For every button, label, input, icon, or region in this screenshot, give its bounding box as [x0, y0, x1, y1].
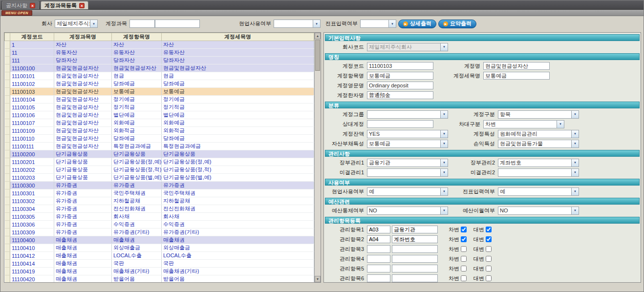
chevron-down-icon[interactable]: ▼ [440, 140, 448, 147]
grid-row[interactable]: 11100105현금및현금성자산정기적금정기적금 [5, 104, 314, 111]
profit-loss-characteristic-combo[interactable]: 현금및현금등가물▼ [498, 140, 579, 148]
debit-checkbox[interactable] [461, 266, 467, 271]
grid-row[interactable]: 11100412매출채권LOCAL수출LOCAL수출 [5, 252, 314, 260]
account-characteristic-combo[interactable]: 원화예적금관리▼ [498, 130, 579, 138]
budget-carryover-yn-combo[interactable]: NO▼ [498, 207, 579, 215]
account-english-name-input[interactable] [367, 82, 433, 89]
field-use-filter-combo[interactable]: ▼ [274, 20, 321, 28]
open-item-mgmt-2-combo[interactable]: ▼ [498, 168, 579, 177]
grid-row[interactable]: 11100201단기금융상품단기금융상품(정,예)단기금융상품(정,예) [5, 158, 314, 166]
chevron-down-icon[interactable]: ▼ [440, 159, 448, 167]
grid-scrollbar[interactable]: ▲ ▼ [314, 33, 321, 282]
grid-row[interactable]: 11100420매출채권받을어음받을어음 [5, 275, 314, 283]
grid-row[interactable]: 11100305유가증권회사채회사채 [5, 213, 314, 221]
mgmt-item-code-input[interactable] [367, 235, 390, 243]
mgmt-item-name-input[interactable] [392, 265, 438, 272]
mgmt-item-code-input[interactable] [367, 226, 390, 233]
asset-liability-characteristic-combo[interactable]: 보통예금▼ [367, 140, 448, 148]
close-icon[interactable]: x [79, 3, 85, 8]
debit-credit-division-combo[interactable]: 차변▼ [483, 120, 564, 128]
slip-entry-yn-combo[interactable]: 예▼ [498, 188, 579, 196]
chevron-down-icon[interactable]: ▼ [571, 130, 579, 138]
mgmt-item-name-input[interactable] [392, 226, 438, 233]
debit-checkbox[interactable] [461, 275, 467, 281]
grid-row[interactable]: 11100302유가증권지하철공채지하철공채 [5, 197, 314, 205]
grid-row[interactable]: 11100300유가증권유가증권유가증권 [5, 182, 314, 189]
ledger-mgmt-2-combo[interactable]: 계좌번호▼ [498, 159, 579, 167]
account-group-combo[interactable]: ▼ [367, 110, 448, 119]
grid-row[interactable]: 11100202단기금융상품단기금융상품(정,적)단기금융상품(정,적) [5, 166, 314, 174]
grid-row[interactable]: 11100410매출채권외상매출금외상매출금 [5, 244, 314, 252]
chevron-down-icon[interactable]: ▼ [313, 20, 320, 27]
grid-row[interactable]: 11100203단기금융상품단기금융상품(별,예)단기금융상품(별,예) [5, 174, 314, 182]
counter-account-input[interactable] [367, 120, 433, 128]
chevron-down-icon[interactable]: ▼ [571, 207, 579, 214]
grid-row[interactable]: 11100414매출채권국판국판 [5, 260, 314, 268]
grid-header-detail-name[interactable]: 계정세목명 [162, 33, 314, 41]
chevron-down-icon[interactable]: ▼ [440, 130, 448, 138]
credit-checkbox[interactable] [486, 266, 492, 271]
credit-checkbox[interactable] [486, 227, 492, 232]
chevron-down-icon[interactable]: ▼ [571, 188, 579, 195]
menu-open-button[interactable]: MENU OPEN [1, 10, 32, 16]
mgmt-item-code-input[interactable] [367, 255, 390, 263]
debit-checkbox[interactable] [461, 246, 467, 252]
chevron-down-icon[interactable]: ▼ [571, 159, 579, 167]
scroll-up-icon[interactable]: ▲ [315, 33, 321, 39]
account-name-input[interactable] [483, 62, 550, 70]
tab-account-registration[interactable]: 계정과목등록 x [41, 1, 88, 9]
company-code-combo[interactable]: 제일제지주식회사▼ [367, 43, 448, 51]
grid-row[interactable]: 11100309유가증권유가증권(기타)유가증권(기타) [5, 229, 314, 236]
grid-row[interactable]: 11100104현금및현금성자산정기예금정기예금 [5, 96, 314, 104]
grid-row[interactable]: 11100111현금및현금성자산특정현금과예금특정현금과예금 [5, 143, 314, 150]
account-division-combo[interactable]: 항목▼ [498, 110, 579, 119]
grid-row[interactable]: 11100304유가증권전신전화채권전신전화채권 [5, 205, 314, 213]
tab-notice[interactable]: 공지사항 x [2, 1, 39, 9]
grid-row[interactable]: 111당좌자산당좌자산당좌자산 [5, 57, 314, 64]
credit-checkbox[interactable] [486, 246, 492, 252]
account-balance-combo[interactable]: YES▼ [367, 130, 448, 138]
chevron-down-icon[interactable]: ▼ [571, 111, 579, 118]
grid-row[interactable]: 11100419매출채권매출채권(기타)매출채권(기타) [5, 268, 314, 275]
mgmt-item-name-input[interactable] [392, 245, 438, 253]
mgmt-item-code-input[interactable] [367, 265, 390, 272]
account-name-filter-input[interactable] [155, 20, 200, 28]
grid-row[interactable]: 11100200단기금융상품단기금융상품단기금융상품 [5, 150, 314, 158]
mgmt-item-code-input[interactable] [367, 245, 390, 253]
budget-control-yn-combo[interactable]: NO▼ [367, 207, 448, 215]
grid-row[interactable]: 11100107현금및현금성자산외화예금외화예금 [5, 119, 314, 127]
grid-row[interactable]: 11100306유가증권수익증권수익증권 [5, 221, 314, 229]
grid-row[interactable]: 11100109현금및현금성자산외화적금외화적금 [5, 127, 314, 135]
chevron-down-icon[interactable]: ▼ [388, 20, 396, 27]
grid-row[interactable]: 11100101현금및현금성자산현금현금 [5, 72, 314, 80]
grid-row[interactable]: 11100400매출채권매출채권매출채권 [5, 236, 314, 244]
mgmt-item-name-input[interactable] [392, 235, 438, 243]
grid-row[interactable]: 11유동자산유동자산유동자산 [5, 49, 314, 57]
grid-row[interactable]: 11100103현금및현금성자산보통예금보통예금 [5, 88, 314, 96]
chevron-down-icon[interactable]: ▼ [440, 43, 448, 51]
chevron-down-icon[interactable]: ▼ [571, 169, 579, 176]
slip-entry-filter-combo[interactable]: ▼ [360, 20, 396, 28]
mgmt-item-code-input[interactable] [367, 274, 390, 282]
mgmt-item-name-input[interactable] [392, 274, 438, 282]
grid-header-account-name[interactable]: 계정과목명 [54, 33, 112, 41]
chevron-down-icon[interactable]: ▼ [571, 140, 579, 147]
chevron-down-icon[interactable]: ▼ [90, 20, 97, 27]
debit-checkbox[interactable] [461, 256, 467, 262]
account-hanja-name-input[interactable] [367, 91, 433, 99]
credit-checkbox[interactable] [486, 256, 492, 262]
chevron-down-icon[interactable]: ▼ [440, 207, 448, 214]
scrollbar-thumb[interactable] [315, 40, 320, 71]
credit-checkbox[interactable] [486, 275, 492, 281]
grid-row[interactable]: 11100102현금및현금성자산당좌예금당좌예금 [5, 80, 314, 88]
chevron-down-icon[interactable]: ▼ [557, 121, 564, 128]
account-item-name-input[interactable] [367, 72, 433, 80]
grid-header-code[interactable]: 계정코드 [10, 33, 54, 41]
credit-checkbox[interactable] [486, 236, 492, 242]
account-code-filter-input[interactable] [129, 20, 155, 28]
grid-row[interactable]: 11100106현금및현금성자산별단예금별단예금 [5, 111, 314, 119]
open-item-mgmt-1-combo[interactable]: ▼ [367, 168, 448, 177]
grid-row[interactable]: 11100301유가증권국민주택채권국민주택채권 [5, 189, 314, 197]
grid-row[interactable]: 11100100현금및현금성자산현금및현금성자산현금및현금성자산 [5, 64, 314, 72]
account-detail-name-input[interactable] [483, 72, 550, 80]
